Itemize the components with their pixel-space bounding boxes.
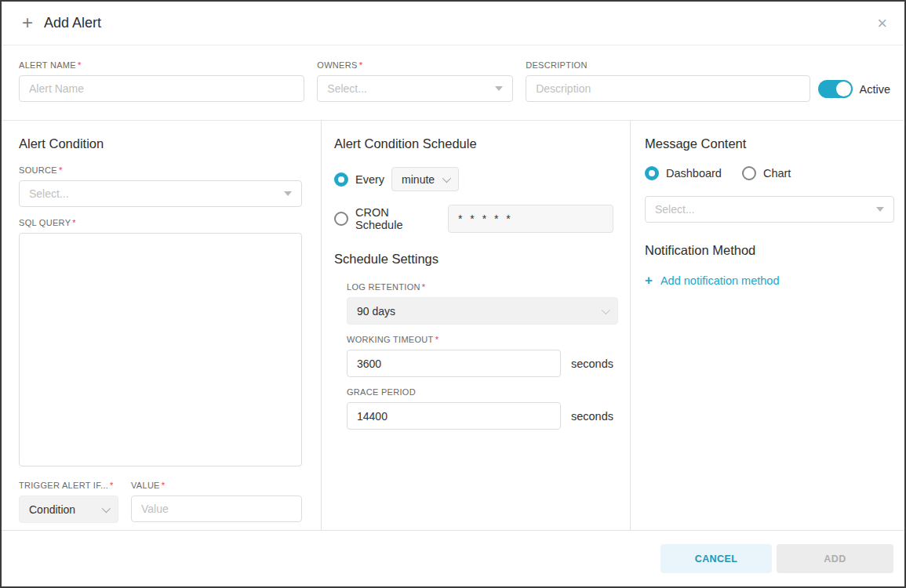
required-asterisk: * bbox=[72, 218, 76, 227]
dashboard-select[interactable]: Select... bbox=[645, 196, 894, 223]
schedule-title: Alert Condition Schedule bbox=[334, 136, 613, 151]
notification-method-title: Notification Method bbox=[645, 243, 894, 258]
cron-schedule-input[interactable] bbox=[448, 205, 613, 233]
log-retention-label-text: LOG RETENTION bbox=[347, 282, 420, 292]
log-retention-group: LOG RETENTION* 90 days bbox=[347, 282, 613, 325]
schedule-section: Alert Condition Schedule Every minute CR… bbox=[322, 121, 631, 530]
chevron-down-icon bbox=[284, 191, 292, 196]
active-toggle[interactable] bbox=[818, 80, 853, 98]
top-fields-row: ALERT NAME* OWNERS* Select... DESCRIPTIO… bbox=[2, 45, 904, 121]
condition-select[interactable]: Condition bbox=[19, 495, 118, 523]
alert-name-input[interactable] bbox=[19, 75, 304, 102]
required-asterisk: * bbox=[162, 481, 166, 490]
log-retention-value: 90 days bbox=[357, 305, 395, 318]
add-notification-method-label: Add notification method bbox=[660, 274, 780, 287]
required-asterisk: * bbox=[359, 60, 363, 70]
owners-label: OWNERS* bbox=[317, 60, 513, 70]
every-radio-label: Every bbox=[355, 173, 384, 186]
modal-footer: CANCEL ADD bbox=[2, 530, 904, 586]
working-timeout-label: WORKING TIMEOUT* bbox=[347, 335, 613, 344]
add-button[interactable]: ADD bbox=[777, 544, 893, 573]
grace-period-unit: seconds bbox=[571, 410, 613, 423]
cron-radio-label: CRON Schedule bbox=[355, 206, 438, 231]
log-retention-select[interactable]: 90 days bbox=[347, 297, 618, 325]
close-icon[interactable]: × bbox=[877, 15, 887, 32]
sql-query-label-text: SQL QUERY bbox=[19, 218, 71, 227]
required-asterisk: * bbox=[422, 282, 426, 292]
dashboard-radio-label: Dashboard bbox=[666, 167, 722, 180]
sql-query-textarea[interactable] bbox=[19, 233, 302, 466]
working-timeout-input[interactable] bbox=[347, 350, 561, 377]
grace-period-label: GRACE PERIOD bbox=[347, 387, 613, 397]
modal-title: Add Alert bbox=[44, 15, 101, 31]
add-alert-modal: + Add Alert × ALERT NAME* OWNERS* Select… bbox=[0, 0, 906, 588]
value-group: VALUE* bbox=[131, 481, 302, 523]
cron-radio-row: CRON Schedule bbox=[334, 205, 613, 233]
source-label: SOURCE* bbox=[19, 165, 302, 175]
dashboard-radio[interactable] bbox=[645, 166, 659, 180]
dashboard-radio-row: Dashboard bbox=[645, 166, 722, 180]
every-interval-select[interactable]: minute bbox=[391, 167, 459, 191]
working-timeout-row: seconds bbox=[347, 350, 613, 377]
trigger-value-row: TRIGGER ALERT IF...* Condition VALUE* bbox=[19, 481, 302, 523]
chart-radio-row: Chart bbox=[742, 166, 791, 180]
trigger-label: TRIGGER ALERT IF...* bbox=[19, 481, 118, 490]
owners-group: OWNERS* Select... bbox=[317, 60, 513, 102]
sql-query-group: SQL QUERY* bbox=[19, 218, 302, 470]
every-interval-value: minute bbox=[402, 173, 435, 186]
grace-period-input[interactable] bbox=[347, 402, 561, 430]
working-timeout-group: WORKING TIMEOUT* seconds bbox=[347, 335, 613, 377]
condition-select-value: Condition bbox=[29, 503, 75, 516]
log-retention-label: LOG RETENTION* bbox=[347, 282, 613, 292]
alert-name-label: ALERT NAME* bbox=[19, 60, 304, 70]
chart-radio[interactable] bbox=[742, 166, 756, 180]
value-input[interactable] bbox=[131, 495, 302, 522]
description-input[interactable] bbox=[526, 75, 810, 102]
message-content-section: Message Content Dashboard Chart Select..… bbox=[631, 121, 906, 530]
chevron-down-icon bbox=[602, 305, 610, 314]
grace-period-group: GRACE PERIOD seconds bbox=[347, 387, 613, 430]
owners-select-value: Select... bbox=[327, 82, 495, 95]
required-asterisk: * bbox=[78, 60, 82, 70]
working-timeout-unit: seconds bbox=[571, 358, 613, 370]
active-toggle-group: Active bbox=[818, 80, 891, 98]
description-label: DESCRIPTION bbox=[526, 60, 810, 70]
chevron-down-icon bbox=[442, 173, 451, 182]
required-asterisk: * bbox=[110, 481, 114, 490]
active-toggle-label: Active bbox=[860, 83, 891, 96]
message-type-radios: Dashboard Chart bbox=[645, 166, 894, 180]
toggle-knob bbox=[836, 82, 851, 96]
add-notification-method-button[interactable]: + Add notification method bbox=[645, 274, 779, 287]
schedule-settings-title: Schedule Settings bbox=[334, 252, 613, 267]
cron-radio[interactable] bbox=[334, 212, 348, 226]
every-radio[interactable] bbox=[334, 172, 348, 187]
modal-header: + Add Alert × bbox=[2, 2, 904, 45]
owners-label-text: OWNERS bbox=[317, 60, 357, 70]
chevron-down-icon bbox=[495, 86, 503, 91]
alert-condition-section: Alert Condition SOURCE* Select... SQL QU… bbox=[2, 121, 322, 530]
working-timeout-label-text: WORKING TIMEOUT bbox=[347, 335, 434, 344]
trigger-group: TRIGGER ALERT IF...* Condition bbox=[19, 481, 118, 523]
owners-select[interactable]: Select... bbox=[317, 75, 513, 102]
grace-period-row: seconds bbox=[347, 402, 613, 430]
chevron-down-icon bbox=[102, 503, 111, 512]
cancel-button[interactable]: CANCEL bbox=[660, 544, 772, 573]
chart-radio-label: Chart bbox=[763, 167, 791, 180]
description-group: DESCRIPTION bbox=[526, 60, 810, 102]
dashboard-select-value: Select... bbox=[655, 203, 876, 216]
modal-body: Alert Condition SOURCE* Select... SQL QU… bbox=[2, 121, 904, 530]
every-radio-row: Every minute bbox=[334, 167, 613, 191]
trigger-label-text: TRIGGER ALERT IF... bbox=[19, 481, 108, 490]
value-label: VALUE* bbox=[131, 481, 302, 490]
alert-name-group: ALERT NAME* bbox=[19, 60, 304, 102]
message-content-title: Message Content bbox=[645, 136, 894, 151]
required-asterisk: * bbox=[59, 165, 63, 175]
source-group: SOURCE* Select... bbox=[19, 165, 302, 207]
source-label-text: SOURCE bbox=[19, 165, 57, 175]
alert-condition-title: Alert Condition bbox=[19, 136, 302, 151]
source-select[interactable]: Select... bbox=[19, 180, 302, 207]
required-asterisk: * bbox=[435, 335, 439, 344]
value-label-text: VALUE bbox=[131, 481, 160, 490]
sql-query-label: SQL QUERY* bbox=[19, 218, 302, 227]
plus-icon: + bbox=[22, 13, 33, 32]
